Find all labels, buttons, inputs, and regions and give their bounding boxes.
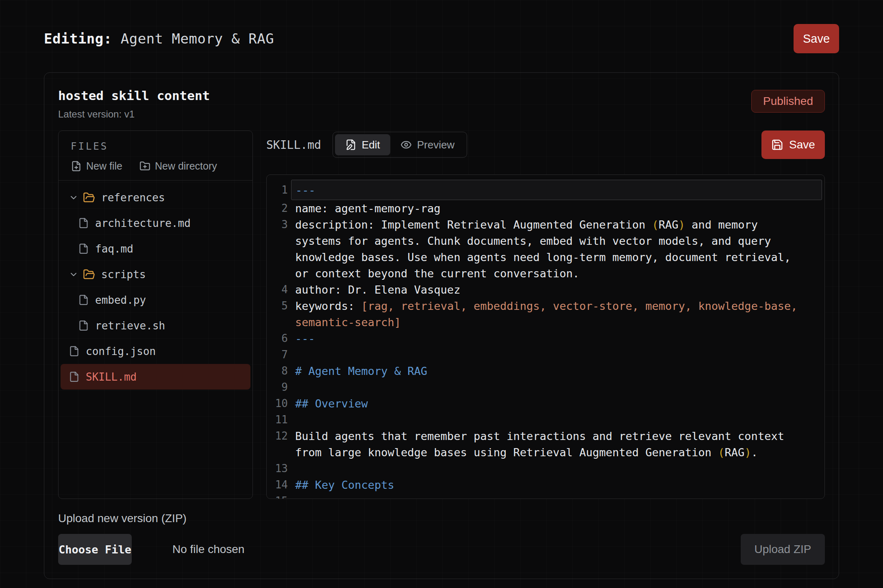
latest-version-label: Latest version: v1: [58, 109, 210, 120]
code-line-text: from large knowledge bases using Retriev…: [291, 444, 822, 460]
tree-item-file[interactable]: SKILL.md: [61, 364, 250, 390]
new-directory-button[interactable]: New directory: [139, 160, 217, 172]
code-line: semantic-search]: [272, 314, 822, 330]
tree-item-file[interactable]: faq.md: [61, 236, 250, 261]
edit-preview-toggle: Edit Preview: [333, 132, 467, 158]
card-title: hosted skill content: [58, 88, 210, 103]
page-title: Editing: Agent Memory & RAG: [44, 30, 274, 47]
code-line: 2 name: agent-memory-rag: [272, 200, 822, 216]
line-number: 8: [272, 363, 288, 379]
folder-open-icon: [83, 192, 95, 204]
tree-item-file[interactable]: embed.py: [61, 287, 250, 313]
card-header: hosted skill content Latest version: v1 …: [58, 88, 825, 120]
upload-section: Upload new version (ZIP) Choose File No …: [58, 512, 825, 565]
tree-item-folder[interactable]: scripts: [61, 261, 250, 287]
tab-edit[interactable]: Edit: [335, 134, 390, 155]
code-line: 15: [272, 493, 822, 499]
upload-zip-button[interactable]: Upload ZIP: [741, 534, 825, 565]
tree-item-label: config.json: [86, 345, 156, 357]
tab-preview-label: Preview: [417, 139, 455, 151]
files-actions: New file New directory: [71, 160, 240, 172]
file-icon: [69, 346, 80, 357]
file-icon: [69, 371, 80, 382]
code-line: from large knowledge bases using Retriev…: [272, 444, 822, 460]
status-badge: Published: [751, 90, 825, 113]
new-file-label: New file: [86, 160, 122, 172]
file-icon: [78, 243, 89, 254]
code-line-text: [291, 346, 822, 363]
tree-item-label: retrieve.sh: [95, 320, 165, 332]
tab-edit-label: Edit: [362, 139, 380, 151]
code-line: 8 # Agent Memory & RAG: [272, 363, 822, 379]
file-tree: references architecture.md faq.md script…: [59, 181, 252, 394]
tree-item-file[interactable]: retrieve.sh: [61, 313, 250, 338]
line-number: 4: [272, 281, 288, 298]
editor-header: SKILL.md Edit Preview Save: [266, 131, 825, 159]
line-number: 6: [272, 330, 288, 346]
line-number: 5: [272, 298, 288, 314]
tree-item-label: scripts: [101, 268, 146, 281]
tree-item-label: SKILL.md: [86, 371, 137, 383]
save-button[interactable]: Save: [794, 24, 839, 53]
code-line: systems for agents. Chunk documents, emb…: [272, 233, 822, 249]
code-line: 6 ---: [272, 330, 822, 346]
line-number: 13: [272, 460, 288, 477]
tree-item-label: architecture.md: [95, 217, 191, 229]
line-number: [272, 249, 288, 265]
save-floppy-icon: [771, 139, 783, 151]
chevron-down-icon: [69, 193, 78, 203]
code-line-text: keywords: [rag, retrieval, embeddings, v…: [291, 298, 822, 314]
code-line-text: knowledge bases. Use when agents need lo…: [291, 249, 822, 265]
code-line-text: description: Implement Retrieval Augment…: [291, 216, 822, 233]
choose-file-button[interactable]: Choose File: [58, 534, 132, 565]
line-number: 7: [272, 346, 288, 363]
tree-item-label: embed.py: [95, 294, 146, 306]
code-editor[interactable]: 1 --- 2 name: agent-memory-rag 3 descrip…: [266, 174, 825, 499]
line-number: 12: [272, 428, 288, 444]
files-panel: FILES New file New directory referen: [58, 131, 253, 499]
code-line: knowledge bases. Use when agents need lo…: [272, 249, 822, 265]
folder-open-icon: [83, 268, 95, 281]
content-row: FILES New file New directory referen: [58, 131, 825, 499]
page-title-name: Agent Memory & RAG: [112, 30, 274, 47]
page-title-prefix: Editing:: [44, 30, 112, 47]
folder-plus-icon: [139, 161, 150, 172]
code-line-text: ## Key Concepts: [291, 477, 822, 493]
tree-item-file[interactable]: architecture.md: [61, 210, 250, 236]
file-icon: [78, 218, 89, 229]
code-line-text: systems for agents. Chunk documents, emb…: [291, 233, 822, 249]
code-line: 14 ## Key Concepts: [272, 477, 822, 493]
line-number: 15: [272, 493, 288, 499]
editor-save-button[interactable]: Save: [761, 131, 825, 159]
line-number: [272, 265, 288, 281]
code-line-text: name: agent-memory-rag: [291, 200, 822, 216]
file-icon: [78, 294, 89, 305]
tree-item-file[interactable]: config.json: [61, 338, 250, 364]
new-file-button[interactable]: New file: [71, 160, 122, 172]
editor-save-label: Save: [789, 138, 815, 151]
upload-label: Upload new version (ZIP): [58, 512, 825, 525]
line-number: 10: [272, 395, 288, 412]
code-line: 9: [272, 379, 822, 395]
code-line: 10 ## Overview: [272, 395, 822, 412]
tab-preview[interactable]: Preview: [390, 134, 465, 155]
page: Editing: Agent Memory & RAG Save hosted …: [0, 0, 883, 579]
code-line-text: or context beyond the current conversati…: [291, 265, 822, 281]
code-line-text: ---: [291, 180, 822, 200]
line-number: 11: [272, 412, 288, 428]
code-line: 3 description: Implement Retrieval Augme…: [272, 216, 822, 233]
editor-filename: SKILL.md: [266, 138, 321, 152]
chevron-down-icon: [69, 270, 78, 279]
tree-item-folder[interactable]: references: [61, 185, 250, 210]
code-line-text: author: Dr. Elena Vasquez: [291, 281, 822, 298]
code-line: 1 ---: [272, 180, 822, 200]
card-header-text: hosted skill content Latest version: v1: [58, 88, 210, 120]
code-line: 7: [272, 346, 822, 363]
code-line: 11: [272, 412, 822, 428]
eye-icon: [400, 139, 412, 150]
code-line-text: [291, 460, 822, 477]
code-line: 13: [272, 460, 822, 477]
files-panel-header: FILES New file New directory: [59, 131, 252, 181]
code-line-text: # Agent Memory & RAG: [291, 363, 822, 379]
line-number: [272, 444, 288, 460]
